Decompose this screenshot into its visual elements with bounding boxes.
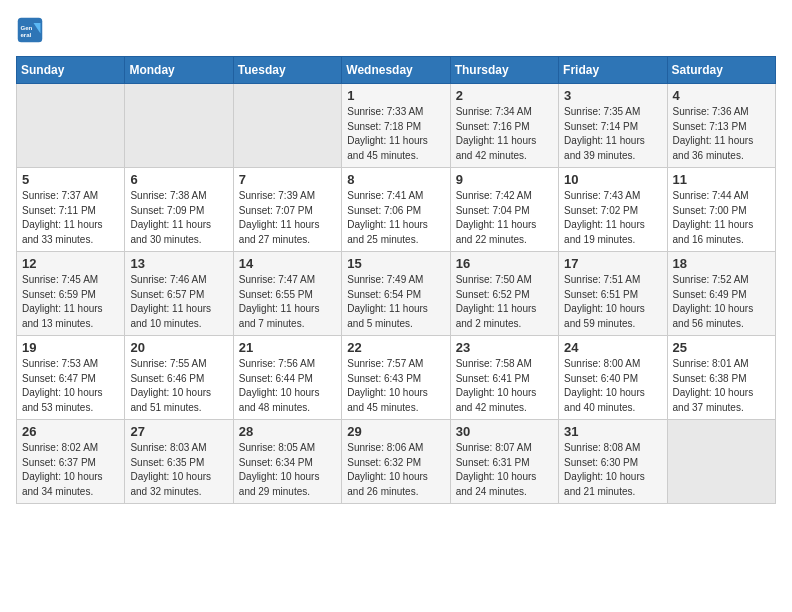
day-number: 26: [22, 424, 119, 439]
logo-icon: Gen eral: [16, 16, 44, 44]
calendar-cell: 30Sunrise: 8:07 AM Sunset: 6:31 PM Dayli…: [450, 420, 558, 504]
calendar-week-row: 19Sunrise: 7:53 AM Sunset: 6:47 PM Dayli…: [17, 336, 776, 420]
day-info: Sunrise: 7:39 AM Sunset: 7:07 PM Dayligh…: [239, 189, 336, 247]
svg-text:Gen: Gen: [20, 24, 32, 31]
day-number: 8: [347, 172, 444, 187]
day-number: 16: [456, 256, 553, 271]
day-info: Sunrise: 7:45 AM Sunset: 6:59 PM Dayligh…: [22, 273, 119, 331]
calendar-cell: 1Sunrise: 7:33 AM Sunset: 7:18 PM Daylig…: [342, 84, 450, 168]
day-number: 14: [239, 256, 336, 271]
day-info: Sunrise: 7:47 AM Sunset: 6:55 PM Dayligh…: [239, 273, 336, 331]
day-number: 12: [22, 256, 119, 271]
day-info: Sunrise: 8:03 AM Sunset: 6:35 PM Dayligh…: [130, 441, 227, 499]
calendar-cell: 2Sunrise: 7:34 AM Sunset: 7:16 PM Daylig…: [450, 84, 558, 168]
day-number: 13: [130, 256, 227, 271]
day-info: Sunrise: 7:36 AM Sunset: 7:13 PM Dayligh…: [673, 105, 770, 163]
day-info: Sunrise: 7:56 AM Sunset: 6:44 PM Dayligh…: [239, 357, 336, 415]
calendar-cell: 22Sunrise: 7:57 AM Sunset: 6:43 PM Dayli…: [342, 336, 450, 420]
calendar-week-row: 12Sunrise: 7:45 AM Sunset: 6:59 PM Dayli…: [17, 252, 776, 336]
day-info: Sunrise: 8:06 AM Sunset: 6:32 PM Dayligh…: [347, 441, 444, 499]
day-info: Sunrise: 7:34 AM Sunset: 7:16 PM Dayligh…: [456, 105, 553, 163]
calendar-week-row: 26Sunrise: 8:02 AM Sunset: 6:37 PM Dayli…: [17, 420, 776, 504]
calendar-cell: 3Sunrise: 7:35 AM Sunset: 7:14 PM Daylig…: [559, 84, 667, 168]
day-number: 10: [564, 172, 661, 187]
day-info: Sunrise: 7:42 AM Sunset: 7:04 PM Dayligh…: [456, 189, 553, 247]
calendar-cell: 15Sunrise: 7:49 AM Sunset: 6:54 PM Dayli…: [342, 252, 450, 336]
calendar-week-row: 5Sunrise: 7:37 AM Sunset: 7:11 PM Daylig…: [17, 168, 776, 252]
calendar-cell: 29Sunrise: 8:06 AM Sunset: 6:32 PM Dayli…: [342, 420, 450, 504]
calendar-cell: 11Sunrise: 7:44 AM Sunset: 7:00 PM Dayli…: [667, 168, 775, 252]
day-number: 21: [239, 340, 336, 355]
calendar-cell: 31Sunrise: 8:08 AM Sunset: 6:30 PM Dayli…: [559, 420, 667, 504]
day-info: Sunrise: 7:43 AM Sunset: 7:02 PM Dayligh…: [564, 189, 661, 247]
calendar-cell: 9Sunrise: 7:42 AM Sunset: 7:04 PM Daylig…: [450, 168, 558, 252]
day-info: Sunrise: 7:41 AM Sunset: 7:06 PM Dayligh…: [347, 189, 444, 247]
day-info: Sunrise: 7:38 AM Sunset: 7:09 PM Dayligh…: [130, 189, 227, 247]
day-info: Sunrise: 7:51 AM Sunset: 6:51 PM Dayligh…: [564, 273, 661, 331]
calendar-cell: 7Sunrise: 7:39 AM Sunset: 7:07 PM Daylig…: [233, 168, 341, 252]
calendar-cell: 26Sunrise: 8:02 AM Sunset: 6:37 PM Dayli…: [17, 420, 125, 504]
day-info: Sunrise: 7:33 AM Sunset: 7:18 PM Dayligh…: [347, 105, 444, 163]
calendar-cell: 5Sunrise: 7:37 AM Sunset: 7:11 PM Daylig…: [17, 168, 125, 252]
calendar-header-row: SundayMondayTuesdayWednesdayThursdayFrid…: [17, 57, 776, 84]
day-number: 27: [130, 424, 227, 439]
day-number: 3: [564, 88, 661, 103]
day-number: 20: [130, 340, 227, 355]
day-info: Sunrise: 7:35 AM Sunset: 7:14 PM Dayligh…: [564, 105, 661, 163]
calendar-cell: 6Sunrise: 7:38 AM Sunset: 7:09 PM Daylig…: [125, 168, 233, 252]
weekday-header-sunday: Sunday: [17, 57, 125, 84]
calendar-cell: 4Sunrise: 7:36 AM Sunset: 7:13 PM Daylig…: [667, 84, 775, 168]
day-number: 29: [347, 424, 444, 439]
day-info: Sunrise: 8:00 AM Sunset: 6:40 PM Dayligh…: [564, 357, 661, 415]
day-number: 19: [22, 340, 119, 355]
calendar-cell: 24Sunrise: 8:00 AM Sunset: 6:40 PM Dayli…: [559, 336, 667, 420]
day-info: Sunrise: 7:44 AM Sunset: 7:00 PM Dayligh…: [673, 189, 770, 247]
weekday-header-monday: Monday: [125, 57, 233, 84]
calendar-cell: 20Sunrise: 7:55 AM Sunset: 6:46 PM Dayli…: [125, 336, 233, 420]
calendar-cell: 10Sunrise: 7:43 AM Sunset: 7:02 PM Dayli…: [559, 168, 667, 252]
day-number: 31: [564, 424, 661, 439]
day-number: 5: [22, 172, 119, 187]
calendar-cell: [667, 420, 775, 504]
day-info: Sunrise: 7:50 AM Sunset: 6:52 PM Dayligh…: [456, 273, 553, 331]
calendar-cell: [125, 84, 233, 168]
day-number: 15: [347, 256, 444, 271]
day-info: Sunrise: 7:55 AM Sunset: 6:46 PM Dayligh…: [130, 357, 227, 415]
day-number: 30: [456, 424, 553, 439]
day-number: 9: [456, 172, 553, 187]
day-info: Sunrise: 7:49 AM Sunset: 6:54 PM Dayligh…: [347, 273, 444, 331]
calendar-cell: 8Sunrise: 7:41 AM Sunset: 7:06 PM Daylig…: [342, 168, 450, 252]
svg-text:eral: eral: [20, 31, 31, 38]
calendar-cell: 12Sunrise: 7:45 AM Sunset: 6:59 PM Dayli…: [17, 252, 125, 336]
day-number: 25: [673, 340, 770, 355]
day-info: Sunrise: 7:52 AM Sunset: 6:49 PM Dayligh…: [673, 273, 770, 331]
day-info: Sunrise: 7:53 AM Sunset: 6:47 PM Dayligh…: [22, 357, 119, 415]
calendar-cell: 17Sunrise: 7:51 AM Sunset: 6:51 PM Dayli…: [559, 252, 667, 336]
day-number: 11: [673, 172, 770, 187]
logo: Gen eral: [16, 16, 48, 44]
weekday-header-wednesday: Wednesday: [342, 57, 450, 84]
calendar-cell: [233, 84, 341, 168]
day-number: 17: [564, 256, 661, 271]
calendar-week-row: 1Sunrise: 7:33 AM Sunset: 7:18 PM Daylig…: [17, 84, 776, 168]
day-info: Sunrise: 8:01 AM Sunset: 6:38 PM Dayligh…: [673, 357, 770, 415]
weekday-header-tuesday: Tuesday: [233, 57, 341, 84]
calendar-cell: 16Sunrise: 7:50 AM Sunset: 6:52 PM Dayli…: [450, 252, 558, 336]
calendar-cell: 27Sunrise: 8:03 AM Sunset: 6:35 PM Dayli…: [125, 420, 233, 504]
weekday-header-saturday: Saturday: [667, 57, 775, 84]
day-info: Sunrise: 7:57 AM Sunset: 6:43 PM Dayligh…: [347, 357, 444, 415]
calendar-cell: 28Sunrise: 8:05 AM Sunset: 6:34 PM Dayli…: [233, 420, 341, 504]
day-info: Sunrise: 8:02 AM Sunset: 6:37 PM Dayligh…: [22, 441, 119, 499]
calendar-cell: 19Sunrise: 7:53 AM Sunset: 6:47 PM Dayli…: [17, 336, 125, 420]
day-number: 28: [239, 424, 336, 439]
day-info: Sunrise: 8:08 AM Sunset: 6:30 PM Dayligh…: [564, 441, 661, 499]
day-number: 6: [130, 172, 227, 187]
calendar-cell: 18Sunrise: 7:52 AM Sunset: 6:49 PM Dayli…: [667, 252, 775, 336]
day-number: 23: [456, 340, 553, 355]
calendar-table: SundayMondayTuesdayWednesdayThursdayFrid…: [16, 56, 776, 504]
day-number: 1: [347, 88, 444, 103]
day-number: 4: [673, 88, 770, 103]
day-number: 2: [456, 88, 553, 103]
calendar-cell: 23Sunrise: 7:58 AM Sunset: 6:41 PM Dayli…: [450, 336, 558, 420]
day-info: Sunrise: 8:07 AM Sunset: 6:31 PM Dayligh…: [456, 441, 553, 499]
